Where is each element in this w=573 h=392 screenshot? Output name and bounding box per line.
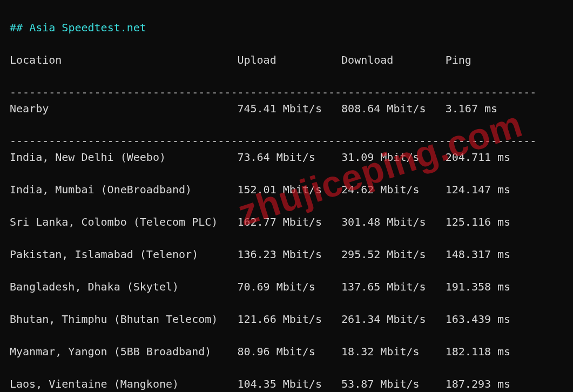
header-download: Download xyxy=(341,52,446,68)
table-row: Pakistan, Islamabad (Telenor)136.23 Mbit… xyxy=(10,246,568,262)
cell-location: Sri Lanka, Colombo (Telecom PLC) xyxy=(10,214,237,230)
table-row: India, Mumbai (OneBroadband)152.01 Mbit/… xyxy=(10,181,568,198)
table-row: India, New Delhi (Weebo)73.64 Mbit/s31.0… xyxy=(10,149,568,165)
table-row: Myanmar, Yangon (5BB Broadband)80.96 Mbi… xyxy=(10,343,568,360)
divider: ----------------------------------------… xyxy=(10,134,536,147)
nearby-row: Nearby745.41 Mbit/s808.64 Mbit/s3.167 ms xyxy=(10,100,568,117)
cell-ping: 191.358 ms xyxy=(446,279,510,295)
cell-download: 808.64 Mbit/s xyxy=(341,100,446,117)
cell-download: 301.48 Mbit/s xyxy=(341,214,446,230)
cell-ping: 148.317 ms xyxy=(446,246,510,262)
cell-upload: 121.66 Mbit/s xyxy=(237,311,341,327)
cell-location: Nearby xyxy=(10,100,237,117)
title-text: Asia Speedtest.net xyxy=(29,21,146,34)
cell-ping: 163.439 ms xyxy=(446,311,510,327)
section-title: ## Asia Speedtest.net xyxy=(10,21,146,34)
cell-ping: 204.711 ms xyxy=(446,149,510,165)
cell-upload: 70.69 Mbit/s xyxy=(237,279,341,295)
cell-download: 295.52 Mbit/s xyxy=(341,246,446,262)
cell-ping: 3.167 ms xyxy=(446,100,497,117)
terminal-output: ## Asia Speedtest.net LocationUploadDown… xyxy=(0,0,573,392)
cell-upload: 104.35 Mbit/s xyxy=(237,376,341,392)
divider: ----------------------------------------… xyxy=(10,86,536,99)
cell-ping: 187.293 ms xyxy=(446,376,510,392)
cell-ping: 125.116 ms xyxy=(446,214,510,230)
cell-location: India, New Delhi (Weebo) xyxy=(10,149,237,165)
cell-upload: 73.64 Mbit/s xyxy=(237,149,341,165)
table-header: LocationUploadDownloadPing xyxy=(10,52,568,68)
table-body: India, New Delhi (Weebo)73.64 Mbit/s31.0… xyxy=(10,149,568,392)
table-row: Sri Lanka, Colombo (Telecom PLC)162.77 M… xyxy=(10,214,568,230)
cell-upload: 80.96 Mbit/s xyxy=(237,343,341,360)
cell-location: Bhutan, Thimphu (Bhutan Telecom) xyxy=(10,311,237,327)
header-location: Location xyxy=(10,52,237,68)
cell-location: India, Mumbai (OneBroadband) xyxy=(10,181,237,198)
header-ping: Ping xyxy=(446,52,471,68)
cell-ping: 182.118 ms xyxy=(446,343,510,360)
cell-download: 137.65 Mbit/s xyxy=(341,279,446,295)
cell-download: 261.34 Mbit/s xyxy=(341,311,446,327)
table-row: Bhutan, Thimphu (Bhutan Telecom)121.66 M… xyxy=(10,311,568,327)
cell-upload: 162.77 Mbit/s xyxy=(237,214,341,230)
cell-download: 53.87 Mbit/s xyxy=(341,376,446,392)
title-hash: ## xyxy=(10,21,23,34)
cell-location: Pakistan, Islamabad (Telenor) xyxy=(10,246,237,262)
cell-location: Laos, Vientaine (Mangkone) xyxy=(10,376,237,392)
cell-upload: 745.41 Mbit/s xyxy=(237,100,341,117)
table-row: Laos, Vientaine (Mangkone)104.35 Mbit/s5… xyxy=(10,376,568,392)
cell-download: 18.32 Mbit/s xyxy=(341,343,446,360)
table-row: Bangladesh, Dhaka (Skytel)70.69 Mbit/s13… xyxy=(10,279,568,295)
cell-ping: 124.147 ms xyxy=(446,181,510,198)
cell-upload: 136.23 Mbit/s xyxy=(237,246,341,262)
cell-download: 24.62 Mbit/s xyxy=(341,181,446,198)
header-upload: Upload xyxy=(237,52,341,68)
cell-upload: 152.01 Mbit/s xyxy=(237,181,341,198)
cell-download: 31.09 Mbit/s xyxy=(341,149,446,165)
cell-location: Bangladesh, Dhaka (Skytel) xyxy=(10,279,237,295)
cell-location: Myanmar, Yangon (5BB Broadband) xyxy=(10,343,237,360)
